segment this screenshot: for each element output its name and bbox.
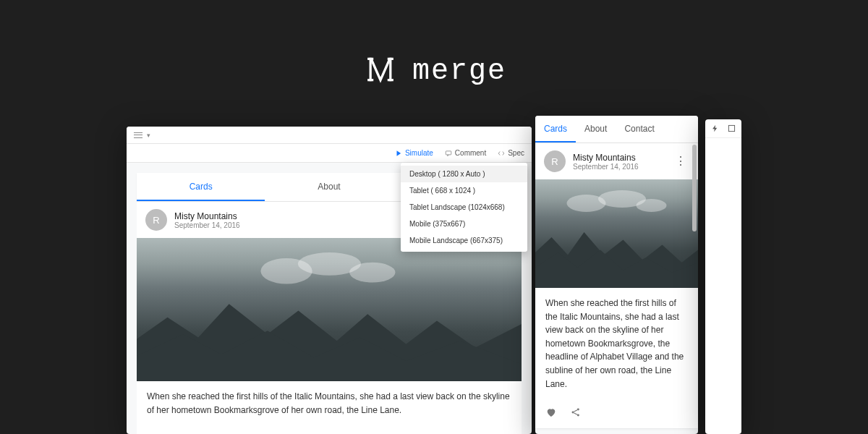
svg-point-3 <box>349 263 395 283</box>
simulate-option-tablet-landscape[interactable]: Tablet Landscape (1024x668) <box>401 199 527 216</box>
code-icon <box>498 150 505 157</box>
tab-cards[interactable]: Cards <box>535 116 576 142</box>
play-icon <box>395 150 402 157</box>
comment-icon <box>445 150 452 157</box>
card-title: Misty Mountains <box>573 153 665 163</box>
brand-name: merge <box>412 55 506 88</box>
card-actions <box>137 425 522 434</box>
card-subtitle: September 14, 2016 <box>573 163 665 171</box>
spec-button[interactable]: Spec <box>498 149 524 157</box>
simulate-button[interactable]: Simulate <box>395 149 433 157</box>
simulate-option-tablet[interactable]: Tablet ( 668 x 1024 ) <box>401 182 527 199</box>
simulate-option-mobile-landscape[interactable]: Mobile Landscape (667x375) <box>401 232 527 249</box>
comment-button[interactable]: Comment <box>445 149 486 157</box>
svg-rect-0 <box>446 150 451 154</box>
svg-point-11 <box>577 409 579 411</box>
brand-logo: merge <box>362 51 506 91</box>
brand-mark-icon <box>362 51 399 91</box>
content-tabs-mobile: Cards About Contact <box>535 116 698 143</box>
svg-point-10 <box>572 412 574 414</box>
content-card: R Misty Mountains September 14, 2016 ⋮ W… <box>535 143 698 428</box>
bolt-icon[interactable] <box>711 124 719 132</box>
tab-about[interactable]: About <box>265 173 393 201</box>
preview-window-mobile: Cards About Contact R Misty Mountains Se… <box>535 116 698 434</box>
svg-point-9 <box>637 199 667 212</box>
card-image <box>137 238 522 381</box>
preview-window-collapsed <box>705 119 741 434</box>
card-image <box>535 179 698 288</box>
avatar: R <box>145 209 167 231</box>
chevron-down-icon[interactable]: ▾ <box>147 132 150 139</box>
svg-rect-13 <box>728 125 734 131</box>
simulate-option-desktop[interactable]: Desktop ( 1280 x Auto ) <box>401 166 527 182</box>
hamburger-icon[interactable] <box>134 132 142 138</box>
tab-contact[interactable]: Contact <box>616 116 663 142</box>
share-icon[interactable] <box>570 407 582 418</box>
simulate-option-mobile[interactable]: Mobile (375x667) <box>401 216 527 232</box>
heart-icon[interactable] <box>545 407 557 418</box>
tab-about[interactable]: About <box>576 116 616 142</box>
preview-toolbar: Simulate Comment Spec Desktop ( 1280 x A… <box>127 144 532 163</box>
tab-cards[interactable]: Cards <box>137 173 265 201</box>
svg-point-12 <box>577 414 579 417</box>
preview-window-desktop: ▾ Simulate Comment Spec Desktop ( 1280 x… <box>127 127 532 434</box>
card-body: When she reached the first hills of the … <box>535 288 698 399</box>
card-body: When she reached the first hills of the … <box>137 381 522 425</box>
simulate-dropdown: Desktop ( 1280 x Auto ) Tablet ( 668 x 1… <box>401 163 527 252</box>
avatar: R <box>544 150 566 172</box>
expand-icon[interactable] <box>728 124 736 132</box>
scrollbar[interactable] <box>692 145 697 430</box>
window-chrome: ▾ <box>127 127 532 144</box>
card-actions <box>535 399 698 428</box>
